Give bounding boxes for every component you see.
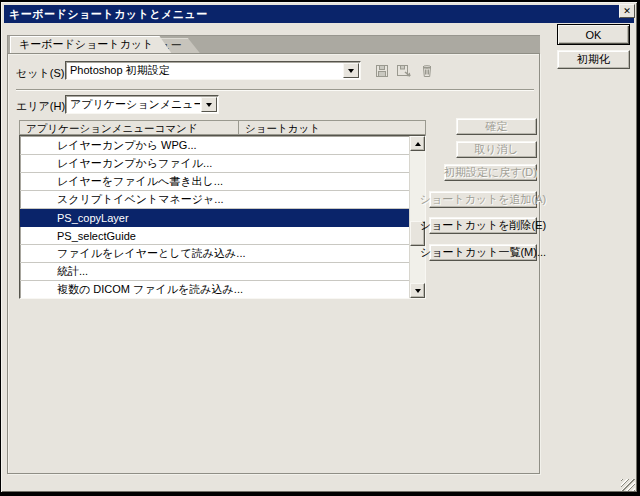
add-shortcut-button[interactable]: ショートカットを追加(A) [429, 191, 537, 208]
column-header-shortcut: ショートカット [239, 121, 425, 134]
use-default-button[interactable]: 初期設定に戻す(D) [444, 164, 537, 181]
save-icon[interactable] [374, 63, 390, 79]
area-select-value: アプリケーションメニュー [66, 97, 200, 112]
save-as-icon[interactable] [396, 63, 412, 79]
set-label: セット(S): [16, 66, 68, 81]
close-icon[interactable]: ✕ [619, 4, 635, 18]
table-row-selected[interactable]: PS_copyLayer [20, 209, 409, 227]
table-row[interactable]: 複数の DICOM ファイルを読み込み... [20, 281, 409, 298]
table-row[interactable]: レイヤーカンプからファイル... [20, 155, 409, 173]
list-header: アプリケーションメニューコマンド ショートカット [19, 120, 426, 135]
summarize-button[interactable]: ショートカット一覧(M)... [429, 244, 537, 261]
table-row[interactable]: 統計... [20, 263, 409, 281]
scroll-down-icon[interactable] [410, 283, 425, 298]
reset-button[interactable]: 初期化 [557, 50, 630, 69]
keyboard-shortcuts-dialog: キーボードショートカットとメニュー ✕ OK 初期化 キーボードショートカット … [1, 2, 637, 492]
column-header-command: アプリケーションメニューコマンド [20, 121, 239, 134]
separator [16, 89, 534, 91]
area-select[interactable]: アプリケーションメニュー [65, 95, 219, 114]
table-row[interactable]: レイヤーをファイルへ書き出し... [20, 173, 409, 191]
scroll-up-icon[interactable] [410, 136, 425, 151]
delete-shortcut-button[interactable]: ショートカットを削除(E) [429, 217, 537, 234]
table-row[interactable]: スクリプトイベントマネージャ... [20, 191, 409, 209]
chevron-down-icon[interactable] [343, 63, 359, 78]
set-select[interactable]: Photoshop 初期設定 [65, 61, 361, 80]
table-row[interactable]: レイヤーカンプから WPG... [20, 137, 409, 155]
undo-button[interactable]: 取り消し [456, 141, 537, 158]
command-list: レイヤーカンプから WPG... レイヤーカンプからファイル... レイヤーをフ… [19, 135, 426, 299]
tab-panel: セット(S): Photoshop 初期設定 [7, 53, 540, 474]
set-select-value: Photoshop 初期設定 [66, 63, 342, 78]
accept-button[interactable]: 確定 [456, 118, 537, 135]
scrollbar-track[interactable] [410, 151, 425, 283]
table-row[interactable]: PS_selectGuide [20, 227, 409, 245]
window-title: キーボードショートカットとメニュー [9, 7, 208, 22]
tab-keyboard-shortcuts[interactable]: キーボードショートカット [10, 36, 171, 53]
table-row[interactable]: ファイルをレイヤーとして読み込み... [20, 245, 409, 263]
trash-icon[interactable] [419, 63, 435, 79]
resize-grip-icon[interactable] [621, 479, 635, 491]
ok-button[interactable]: OK [557, 24, 630, 45]
titlebar[interactable]: キーボードショートカットとメニュー [4, 5, 634, 23]
area-label: エリア(H): [16, 99, 68, 114]
tabstrip: キーボードショートカット メニュー [7, 35, 540, 53]
vertical-scrollbar[interactable] [409, 136, 425, 298]
command-rows: レイヤーカンプから WPG... レイヤーカンプからファイル... レイヤーをフ… [20, 136, 409, 298]
chevron-down-icon[interactable] [201, 97, 217, 112]
